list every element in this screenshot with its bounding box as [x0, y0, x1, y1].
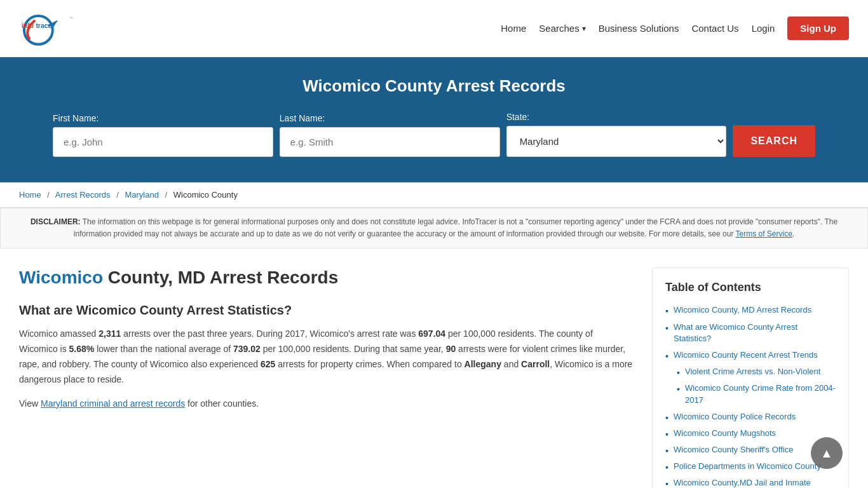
breadcrumb-sep-1: /	[47, 190, 50, 200]
svg-text:info: info	[22, 22, 34, 29]
first-name-group: First Name:	[53, 113, 273, 157]
article-title: Wicomico County, MD Arrest Records	[19, 268, 633, 288]
article: Wicomico County, MD Arrest Records What …	[19, 268, 652, 488]
breadcrumb-sep-3: /	[165, 190, 168, 200]
section1-heading: What are Wicomico County Arrest Statisti…	[19, 303, 633, 318]
first-name-input[interactable]	[53, 127, 273, 157]
toc-link[interactable]: Violent Crime Arrests vs. Non-Violent	[685, 366, 820, 377]
hero-section: Wicomico County Arrest Records First Nam…	[0, 57, 868, 182]
first-name-label: First Name:	[53, 113, 98, 123]
toc-link[interactable]: Wicomico County Crime Rate from 2004-201…	[685, 383, 836, 405]
toc-link[interactable]: Wicomico County Mugshots	[674, 428, 776, 439]
arrests-count: 2,311	[98, 329, 121, 339]
toc-link[interactable]: Wicomico County Recent Arrest Trends	[674, 349, 818, 361]
toc-link[interactable]: Wicomico County, MD Arrest Records	[674, 304, 811, 316]
national-avg: 739.02	[233, 344, 261, 354]
main-nav: Home Searches ▾ Business Solutions Conta…	[501, 17, 849, 40]
breadcrumb: Home / Arrest Records / Maryland / Wicom…	[0, 182, 868, 208]
toc-item: Violent Crime Arrests vs. Non-Violent	[665, 366, 836, 377]
breadcrumb-maryland[interactable]: Maryland	[125, 190, 158, 200]
state-label: State:	[506, 112, 530, 122]
last-name-group: Last Name:	[280, 113, 500, 157]
toc-item: Wicomico County Police Records	[665, 411, 836, 423]
main-content: Wicomico County, MD Arrest Records What …	[0, 248, 868, 488]
toc-item: Wicomico County, MD Arrest Records	[665, 304, 836, 316]
last-name-input[interactable]	[280, 127, 500, 157]
search-button[interactable]: SEARCH	[733, 125, 815, 157]
toc-link[interactable]: What are Wicomico County Arrest Statisti…	[674, 322, 836, 344]
toc-link[interactable]: Wicomico County,MD Jail and Inmate Recor…	[674, 477, 836, 488]
chevron-down-icon: ▾	[582, 24, 586, 33]
breadcrumb-sep-2: /	[116, 190, 119, 200]
logo[interactable]: info tracer ™	[19, 10, 121, 48]
nav-searches[interactable]: Searches ▾	[539, 23, 585, 34]
hero-title: Wicomico County Arrest Records	[25, 76, 843, 96]
toc-item: Police Departments in Wicomico County	[665, 461, 836, 472]
toc-item: Wicomico County Mugshots	[665, 428, 836, 439]
toc-item: Wicomico County,MD Jail and Inmate Recor…	[665, 477, 836, 488]
violent-count: 90	[446, 344, 456, 354]
svg-text:tracer: tracer	[36, 22, 54, 29]
search-form: First Name: Last Name: State: AlabamaAla…	[53, 112, 815, 157]
nav-login[interactable]: Login	[752, 23, 775, 34]
disclaimer-text: The information on this webpage is for g…	[74, 217, 837, 238]
nav-contact-us[interactable]: Contact Us	[691, 23, 738, 34]
state-select[interactable]: AlabamaAlaskaArizonaArkansasCaliforniaCo…	[506, 126, 727, 157]
toc-link[interactable]: Wicomico County Police Records	[674, 411, 796, 423]
article-title-highlight: Wicomico	[19, 268, 103, 287]
toc-item: Wicomico County Sheriff's Office	[665, 444, 836, 456]
disclaimer-label: DISCLAIMER:	[31, 217, 81, 226]
toc-link[interactable]: Wicomico County Sheriff's Office	[674, 444, 793, 456]
toc-item: Wicomico County Crime Rate from 2004-201…	[665, 383, 836, 405]
section1-paragraph1: Wicomico amassed 2,311 arrests over the …	[19, 327, 633, 387]
toc-link[interactable]: Police Departments in Wicomico County	[674, 461, 821, 472]
last-name-label: Last Name:	[280, 113, 325, 123]
breadcrumb-home[interactable]: Home	[19, 190, 41, 200]
section1-paragraph2: View Maryland criminal and arrest record…	[19, 396, 633, 412]
toc-list: Wicomico County, MD Arrest RecordsWhat a…	[665, 304, 836, 488]
toc-item: What are Wicomico County Arrest Statisti…	[665, 322, 836, 344]
logo-svg: info tracer ™	[19, 10, 121, 48]
site-header: info tracer ™ Home Searches ▾ Business S…	[0, 0, 868, 57]
property-count: 625	[261, 359, 275, 369]
scroll-to-top-button[interactable]: ▲	[811, 437, 843, 469]
lower-pct: 5.68%	[69, 344, 95, 354]
disclaimer-bar: DISCLAIMER: The information on this webp…	[0, 208, 868, 248]
article-title-rest: County, MD Arrest Records	[103, 268, 338, 287]
disclaimer-period: .	[792, 229, 794, 238]
nav-signup[interactable]: Sign Up	[787, 17, 849, 40]
arrest-rate: 697.04	[418, 329, 445, 339]
state-group: State: AlabamaAlaskaArizonaArkansasCalif…	[506, 112, 727, 157]
city1: Allegany	[465, 359, 501, 369]
maryland-records-link[interactable]: Maryland criminal and arrest records	[41, 398, 185, 409]
city2: Carroll	[521, 359, 550, 369]
toc-item: Wicomico County Recent Arrest Trends	[665, 349, 836, 361]
breadcrumb-current: Wicomico County	[173, 190, 238, 200]
toc-heading: Table of Contents	[665, 281, 836, 294]
breadcrumb-arrest-records[interactable]: Arrest Records	[55, 190, 111, 200]
svg-text:™: ™	[69, 16, 72, 20]
nav-business-solutions[interactable]: Business Solutions	[599, 23, 679, 34]
nav-home[interactable]: Home	[501, 23, 526, 34]
terms-of-service-link[interactable]: Terms of Service	[736, 229, 792, 238]
